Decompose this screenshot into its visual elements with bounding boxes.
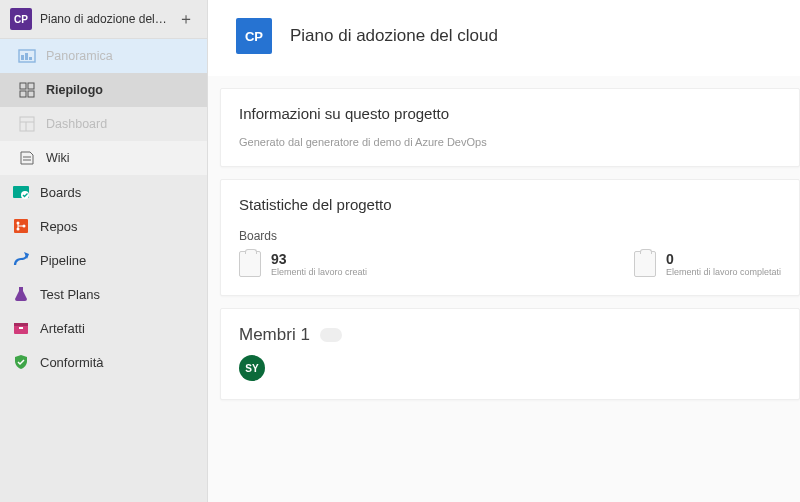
nav-label: Wiki bbox=[46, 151, 70, 165]
members-card: Membri 1 SY bbox=[220, 308, 800, 400]
sidebar-item-compliance[interactable]: Conformità bbox=[0, 345, 207, 379]
stats-row: 93 Elementi di lavoro creati 0 Elementi … bbox=[239, 251, 781, 277]
svg-rect-3 bbox=[29, 57, 32, 60]
stat-completed-count: 0 bbox=[666, 251, 781, 267]
clipboard-icon bbox=[634, 251, 656, 277]
sidebar-item-dashboard[interactable]: Dashboard bbox=[0, 107, 207, 141]
summary-icon bbox=[18, 81, 36, 99]
plus-icon: ＋ bbox=[178, 9, 194, 30]
sidebar-item-repos[interactable]: Repos bbox=[0, 209, 207, 243]
nav-label: Artefatti bbox=[40, 321, 85, 336]
about-description: Generato dal generatore di demo di Azure… bbox=[239, 136, 781, 148]
stats-section-label: Boards bbox=[239, 229, 781, 243]
boards-icon bbox=[12, 183, 30, 201]
sidebar-item-wiki[interactable]: Wiki bbox=[0, 141, 207, 175]
project-name[interactable]: Piano di adozione del cloud bbox=[40, 12, 167, 26]
stat-completed-label: Elementi di lavoro completati bbox=[666, 267, 781, 277]
svg-rect-2 bbox=[25, 53, 28, 60]
nav-label: Dashboard bbox=[46, 117, 107, 131]
project-header: CP Piano di adozione del cloud bbox=[208, 0, 800, 76]
page-title: Piano di adozione del cloud bbox=[290, 26, 498, 46]
shield-icon bbox=[12, 353, 30, 371]
artifacts-icon bbox=[12, 319, 30, 337]
svg-rect-4 bbox=[20, 83, 26, 89]
svg-rect-7 bbox=[28, 91, 34, 97]
sidebar-item-artifacts[interactable]: Artefatti bbox=[0, 311, 207, 345]
clipboard-icon bbox=[239, 251, 261, 277]
dashboard-icon bbox=[18, 115, 36, 133]
about-card: Informazioni su questo progetto Generato… bbox=[220, 88, 800, 167]
project-badge: CP bbox=[10, 8, 32, 30]
members-title: Membri 1 bbox=[239, 325, 310, 345]
nav-label: Boards bbox=[40, 185, 81, 200]
svg-rect-8 bbox=[20, 117, 34, 131]
overview-icon bbox=[18, 47, 36, 65]
wiki-icon bbox=[18, 149, 36, 167]
about-title: Informazioni su questo progetto bbox=[239, 105, 781, 122]
sidebar-item-testplans[interactable]: Test Plans bbox=[0, 277, 207, 311]
svg-rect-1 bbox=[21, 55, 24, 60]
stats-title: Statistiche del progetto bbox=[239, 196, 781, 213]
sidebar-header: CP Piano di adozione del cloud ＋ bbox=[0, 0, 207, 39]
pipelines-icon bbox=[12, 251, 30, 269]
svg-rect-6 bbox=[20, 91, 26, 97]
member-avatar[interactable]: SY bbox=[239, 355, 265, 381]
stat-created: 93 Elementi di lavoro creati bbox=[239, 251, 367, 277]
stat-completed: 0 Elementi di lavoro completati bbox=[634, 251, 781, 277]
main-content: CP Piano di adozione del cloud Informazi… bbox=[208, 0, 800, 502]
nav-label: Riepilogo bbox=[46, 83, 103, 97]
members-bubble bbox=[320, 328, 342, 342]
sidebar: CP Piano di adozione del cloud ＋ Panoram… bbox=[0, 0, 208, 502]
nav-label: Panoramica bbox=[46, 49, 113, 63]
stats-card: Statistiche del progetto Boards 93 Eleme… bbox=[220, 179, 800, 296]
svg-point-14 bbox=[21, 191, 29, 199]
sidebar-item-pipelines[interactable]: Pipeline bbox=[0, 243, 207, 277]
sidebar-item-boards[interactable]: Boards bbox=[0, 175, 207, 209]
nav-label: Test Plans bbox=[40, 287, 100, 302]
nav-label: Conformità bbox=[40, 355, 104, 370]
repos-icon bbox=[12, 217, 30, 235]
stat-created-count: 93 bbox=[271, 251, 367, 267]
nav-label: Pipeline bbox=[40, 253, 86, 268]
svg-rect-5 bbox=[28, 83, 34, 89]
nav-label: Repos bbox=[40, 219, 78, 234]
add-button[interactable]: ＋ bbox=[175, 8, 197, 30]
testplans-icon bbox=[12, 285, 30, 303]
project-header-badge: CP bbox=[236, 18, 272, 54]
svg-rect-21 bbox=[19, 327, 23, 329]
sidebar-item-overview[interactable]: Panoramica bbox=[0, 39, 207, 73]
stat-created-label: Elementi di lavoro creati bbox=[271, 267, 367, 277]
sidebar-item-summary[interactable]: Riepilogo bbox=[0, 73, 207, 107]
svg-rect-20 bbox=[14, 323, 28, 326]
